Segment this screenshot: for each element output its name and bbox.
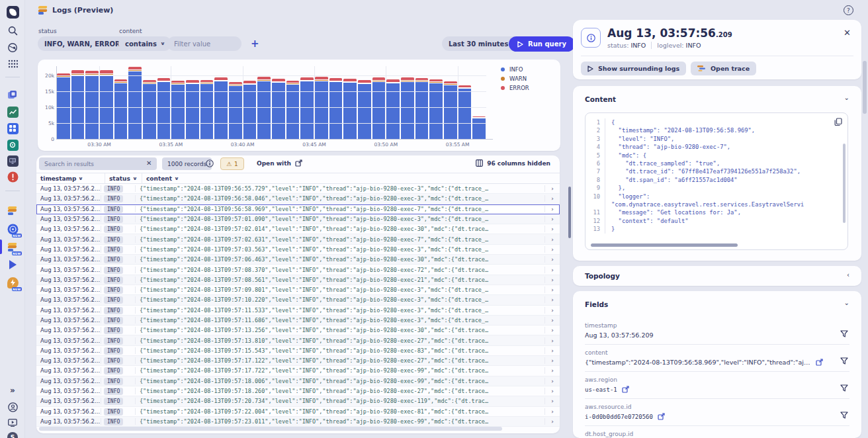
hosts-app-icon[interactable] bbox=[6, 154, 19, 167]
log-row[interactable]: Aug 13, 03:57:56.2…INFO{"timestamp":"202… bbox=[36, 295, 560, 305]
row-expand-chevron[interactable]: › bbox=[545, 296, 560, 303]
legend-item[interactable]: WARN bbox=[501, 75, 529, 82]
row-expand-chevron[interactable]: › bbox=[545, 408, 560, 415]
chart-bar[interactable] bbox=[157, 78, 171, 139]
log-viewer-icon[interactable] bbox=[6, 204, 19, 217]
row-expand-chevron[interactable]: › bbox=[545, 256, 560, 263]
dynatrace-logo[interactable] bbox=[6, 5, 19, 19]
table-horizontal-scrollbar[interactable] bbox=[39, 427, 502, 431]
run-query-button[interactable]: Run query bbox=[509, 36, 575, 52]
log-row[interactable]: Aug 13, 03:57:56.2…INFO{"timestamp":"202… bbox=[36, 245, 560, 255]
log-row[interactable]: Aug 13, 03:57:56.2…INFO{"timestamp":"202… bbox=[36, 184, 560, 194]
chart-bar[interactable] bbox=[401, 77, 414, 139]
row-expand-chevron[interactable]: › bbox=[545, 185, 560, 192]
code-vertical-scrollbar[interactable] bbox=[843, 144, 846, 223]
log-row[interactable]: Aug 13, 03:57:56.2…INFO{"timestamp":"202… bbox=[36, 335, 560, 345]
search-input[interactable] bbox=[39, 157, 157, 170]
expand-topology-icon[interactable]: ‹ bbox=[847, 271, 849, 279]
demo-mode-icon[interactable] bbox=[6, 416, 19, 429]
workflows-app-icon[interactable] bbox=[6, 258, 19, 271]
log-row[interactable]: Aug 13, 03:57:56.2…INFO{"timestamp":"202… bbox=[36, 275, 560, 285]
log-row[interactable]: Aug 13, 03:57:56.2…INFO{"timestamp":"202… bbox=[36, 417, 560, 427]
row-expand-chevron[interactable]: › bbox=[545, 337, 560, 344]
row-expand-chevron[interactable]: › bbox=[545, 286, 560, 293]
collapse-content-icon[interactable]: ⌄ bbox=[844, 94, 849, 101]
clouds-app-icon[interactable] bbox=[6, 88, 19, 101]
automations-app-icon[interactable]: NEW bbox=[6, 276, 19, 289]
collapse-fields-icon[interactable]: ⌄ bbox=[844, 299, 849, 306]
add-filter-button[interactable]: + bbox=[251, 38, 259, 50]
filter-field-icon[interactable] bbox=[840, 384, 848, 392]
dashboards-app-icon[interactable] bbox=[6, 122, 19, 135]
search-icon[interactable] bbox=[6, 24, 19, 37]
legend-item[interactable]: ERROR bbox=[501, 85, 529, 91]
chart-bar[interactable] bbox=[286, 81, 300, 139]
log-row[interactable]: Aug 13, 03:57:56.2…INFO{"timestamp":"202… bbox=[36, 285, 560, 295]
chart-bar[interactable] bbox=[229, 82, 242, 139]
open-field-icon[interactable] bbox=[658, 413, 665, 420]
log-row[interactable]: Aug 13, 03:57:56.2…INFO{"timestamp":"202… bbox=[36, 346, 560, 356]
log-row[interactable]: Aug 13, 03:57:56.2…INFO{"timestamp":"202… bbox=[36, 396, 560, 406]
help-icon[interactable]: ? bbox=[844, 5, 853, 15]
chart-bar[interactable] bbox=[171, 81, 185, 139]
chart-bar[interactable] bbox=[444, 81, 457, 139]
logs-preview-app-icon[interactable]: NEW bbox=[6, 240, 19, 253]
log-row[interactable]: Aug 13, 03:57:56.2…INFO{"timestamp":"202… bbox=[36, 224, 560, 234]
chart-bar[interactable] bbox=[214, 77, 228, 139]
page-vertical-scrollbar[interactable] bbox=[863, 61, 867, 114]
chart-bar[interactable] bbox=[128, 67, 142, 139]
chart-bar[interactable] bbox=[458, 85, 472, 139]
chart-bar[interactable] bbox=[57, 73, 70, 139]
log-row[interactable]: Aug 13, 03:57:56.2…INFO{"timestamp":"202… bbox=[36, 356, 560, 366]
filter-field-icon[interactable] bbox=[840, 330, 848, 337]
content-filter-input[interactable] bbox=[167, 36, 241, 51]
columns-hidden-button[interactable]: 96 columns hidden bbox=[476, 159, 550, 167]
chart-bar[interactable] bbox=[329, 78, 343, 139]
chart-bar[interactable] bbox=[415, 78, 429, 139]
row-expand-chevron[interactable]: › bbox=[545, 317, 560, 324]
open-field-icon[interactable] bbox=[622, 386, 629, 393]
row-expand-chevron[interactable]: › bbox=[545, 246, 560, 253]
open-field-icon[interactable] bbox=[816, 359, 823, 366]
chart-bar[interactable] bbox=[300, 77, 314, 139]
log-row[interactable]: Aug 13, 03:57:56.2…INFO{"timestamp":"202… bbox=[36, 326, 560, 335]
log-row[interactable]: Aug 13, 03:57:56.2…INFO{"timestamp":"202… bbox=[36, 214, 560, 224]
chart-bar[interactable] bbox=[386, 79, 400, 139]
row-expand-chevron[interactable]: › bbox=[545, 236, 560, 243]
main-vertical-scrollbar[interactable] bbox=[568, 187, 571, 238]
row-expand-chevron[interactable]: › bbox=[545, 357, 560, 364]
chart-bar[interactable] bbox=[343, 79, 357, 139]
info-icon[interactable] bbox=[206, 159, 214, 167]
chart-bar[interactable] bbox=[243, 81, 257, 139]
expand-sidebar-icon[interactable]: » bbox=[6, 384, 19, 397]
row-expand-chevron[interactable]: › bbox=[545, 206, 560, 212]
log-row[interactable]: Aug 13, 03:57:56.2…INFO{"timestamp":"202… bbox=[36, 265, 560, 275]
row-expand-chevron[interactable]: › bbox=[545, 267, 560, 273]
row-expand-chevron[interactable]: › bbox=[545, 388, 560, 394]
content-operator-dropdown[interactable]: contains∨ bbox=[118, 36, 171, 51]
column-header-timestamp[interactable]: timestamp∨ bbox=[36, 173, 105, 183]
log-row[interactable]: Aug 13, 03:57:56.2…INFO{"timestamp":"202… bbox=[36, 234, 560, 244]
close-panel-icon[interactable]: ✕ bbox=[844, 28, 851, 38]
column-header-content[interactable]: content∨ bbox=[142, 173, 560, 183]
chart-bar[interactable] bbox=[272, 79, 285, 139]
warnings-badge[interactable]: ⚠1 bbox=[220, 157, 244, 170]
open-trace-button[interactable]: Open trace bbox=[691, 62, 756, 75]
show-surrounding-logs-button[interactable]: Show surrounding logs bbox=[581, 62, 686, 75]
filter-field-icon[interactable] bbox=[840, 357, 848, 365]
metrics-app-icon[interactable] bbox=[6, 105, 19, 118]
log-row[interactable]: Aug 13, 03:57:56.2…INFO{"timestamp":"202… bbox=[36, 194, 560, 204]
clear-search-icon[interactable]: ✕ bbox=[146, 159, 152, 167]
chart-bar[interactable] bbox=[143, 80, 156, 139]
row-expand-chevron[interactable]: › bbox=[545, 216, 560, 222]
chart-bar[interactable] bbox=[372, 77, 386, 139]
log-row[interactable]: Aug 13, 03:57:56.2…INFO{"timestamp":"202… bbox=[36, 366, 560, 376]
user-avatar[interactable]: S bbox=[6, 431, 19, 438]
chart-bar[interactable] bbox=[472, 116, 486, 139]
chart-bar[interactable] bbox=[100, 70, 113, 139]
log-row[interactable]: Aug 13, 03:57:56.2…INFO{"timestamp":"202… bbox=[36, 386, 560, 396]
support-icon[interactable] bbox=[6, 400, 19, 414]
row-expand-chevron[interactable]: › bbox=[545, 418, 560, 425]
row-expand-chevron[interactable]: › bbox=[545, 347, 560, 354]
chart-bar[interactable] bbox=[200, 80, 214, 139]
